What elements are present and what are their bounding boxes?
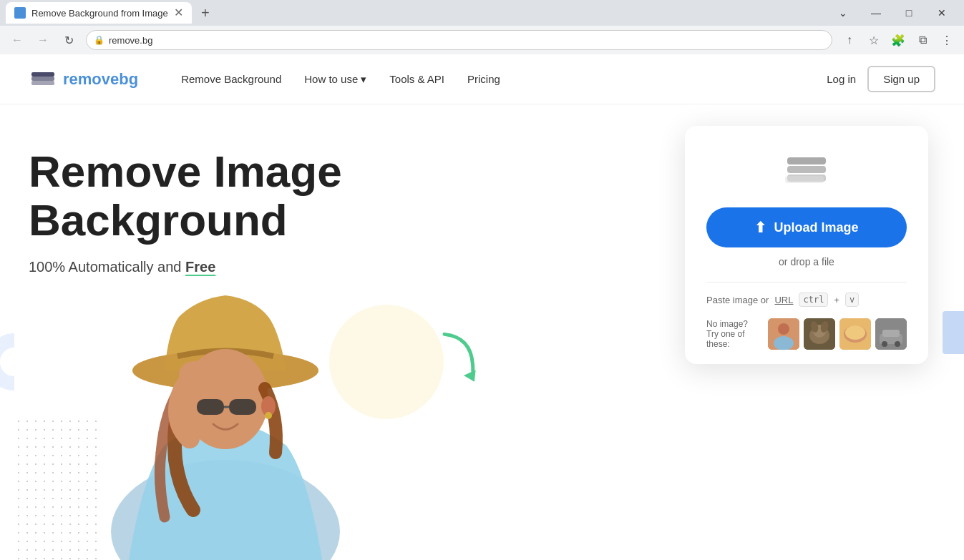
- svg-point-18: [778, 323, 789, 335]
- chevron-down-icon: ▾: [361, 73, 366, 86]
- page-content: removebg Remove Background How to use ▾ …: [0, 54, 964, 560]
- upload-card: ⬆ Upload Image or drop a file Paste imag…: [685, 126, 928, 364]
- history-button[interactable]: ⌄: [827, 0, 860, 26]
- nav-tools-api[interactable]: Tools & API: [389, 73, 444, 85]
- upload-icon-area: [706, 147, 907, 190]
- upload-image-button[interactable]: ⬆ Upload Image: [706, 207, 907, 247]
- logo-text: removebg: [63, 70, 138, 89]
- logo-bg: bg: [119, 70, 138, 88]
- tab-title: Remove Background from Image: [31, 8, 168, 19]
- browser-window: Remove Background from Image ✕ + ⌄ — □ ✕…: [0, 0, 964, 560]
- svg-point-32: [895, 341, 900, 347]
- menu-button[interactable]: ⋮: [935, 29, 958, 51]
- navbar: removebg Remove Background How to use ▾ …: [0, 54, 964, 104]
- new-tab-button[interactable]: +: [195, 2, 216, 24]
- svg-point-11: [265, 412, 272, 419]
- hero-title-line1: Remove Image: [29, 147, 342, 196]
- svg-rect-8: [229, 399, 256, 415]
- svg-point-31: [882, 341, 887, 347]
- svg-rect-2: [31, 72, 54, 77]
- no-image-text: No image?: [706, 319, 762, 329]
- upload-button-label: Upload Image: [774, 220, 858, 235]
- split-button[interactable]: ⧉: [911, 29, 934, 51]
- close-button[interactable]: ✕: [925, 0, 958, 26]
- hero-title-line2: Background: [29, 195, 288, 245]
- hero-title: Remove Image Background: [29, 147, 401, 245]
- extensions-button[interactable]: 🧩: [887, 29, 910, 51]
- url-link[interactable]: URL: [774, 295, 793, 305]
- sample-thumb-car[interactable]: [875, 318, 907, 350]
- login-button[interactable]: Log in: [827, 73, 856, 85]
- drop-file-text: or drop a file: [706, 256, 907, 267]
- nav-how-to-use[interactable]: How to use ▾: [304, 73, 366, 86]
- plus-separator: +: [834, 295, 839, 305]
- browser-tab[interactable]: Remove Background from Image ✕: [6, 2, 192, 24]
- forward-button[interactable]: →: [31, 29, 54, 51]
- url-text: remove.bg: [109, 35, 152, 46]
- maximize-button[interactable]: □: [892, 0, 925, 26]
- person-svg: [72, 260, 379, 560]
- nav-right: Log in Sign up: [827, 66, 935, 92]
- sample-images-section: No image? Try one of these:: [706, 318, 907, 350]
- sample-thumb-bread[interactable]: [839, 318, 871, 350]
- browser-titlebar: Remove Background from Image ✕ + ⌄ — □ ✕: [0, 0, 964, 26]
- scroll-hint: [943, 311, 964, 354]
- sample-thumbnails: [768, 318, 907, 350]
- nav-links: Remove Background How to use ▾ Tools & A…: [181, 73, 500, 86]
- svg-rect-7: [197, 399, 224, 415]
- paste-hint-text: Paste image or: [706, 295, 769, 305]
- svg-point-27: [845, 325, 865, 340]
- layers-icon: [782, 147, 832, 190]
- hero-person-image: [72, 260, 379, 560]
- upload-icon: ⬆: [754, 219, 766, 236]
- try-label: Try one of these:: [706, 329, 762, 349]
- logo[interactable]: removebg: [29, 68, 138, 91]
- sample-images-label: No image? Try one of these:: [706, 319, 762, 349]
- sample-thumb-person[interactable]: [768, 318, 799, 350]
- svg-point-12: [179, 361, 210, 387]
- minimize-button[interactable]: —: [860, 0, 892, 26]
- toolbar-right: ↑ ☆ 🧩 ⧉ ⋮: [838, 29, 958, 51]
- back-button[interactable]: ←: [6, 29, 29, 51]
- hero-section: Remove Image Background 100% Automatical…: [0, 104, 964, 560]
- refresh-button[interactable]: ↻: [57, 29, 80, 51]
- svg-rect-30: [882, 330, 900, 337]
- browser-toolbar: ← → ↻ 🔒 remove.bg ↑ ☆ 🧩 ⧉ ⋮: [0, 26, 964, 54]
- logo-icon: [29, 68, 57, 91]
- address-bar[interactable]: 🔒 remove.bg: [86, 30, 832, 50]
- tab-favicon: [14, 7, 26, 19]
- sample-thumb-dog[interactable]: [804, 318, 835, 350]
- signup-button[interactable]: Sign up: [867, 66, 935, 92]
- paste-hint: Paste image or URL ctrl + v: [706, 282, 907, 307]
- tab-close-button[interactable]: ✕: [174, 7, 183, 19]
- svg-rect-16: [785, 176, 824, 183]
- v-key: v: [845, 293, 859, 307]
- share-button[interactable]: ↑: [838, 29, 861, 51]
- logo-remove: remove: [63, 70, 119, 88]
- ctrl-key: ctrl: [799, 293, 828, 307]
- svg-rect-14: [787, 166, 826, 173]
- lock-icon: 🔒: [94, 35, 104, 45]
- bookmark-button[interactable]: ☆: [862, 29, 885, 51]
- nav-how-to-use-label: How to use: [304, 73, 358, 85]
- svg-rect-0: [31, 81, 54, 85]
- nav-remove-background[interactable]: Remove Background: [181, 73, 281, 85]
- svg-rect-15: [787, 157, 826, 164]
- svg-rect-1: [31, 77, 54, 81]
- nav-pricing[interactable]: Pricing: [467, 73, 500, 85]
- window-controls: ⌄ — □ ✕: [827, 0, 958, 26]
